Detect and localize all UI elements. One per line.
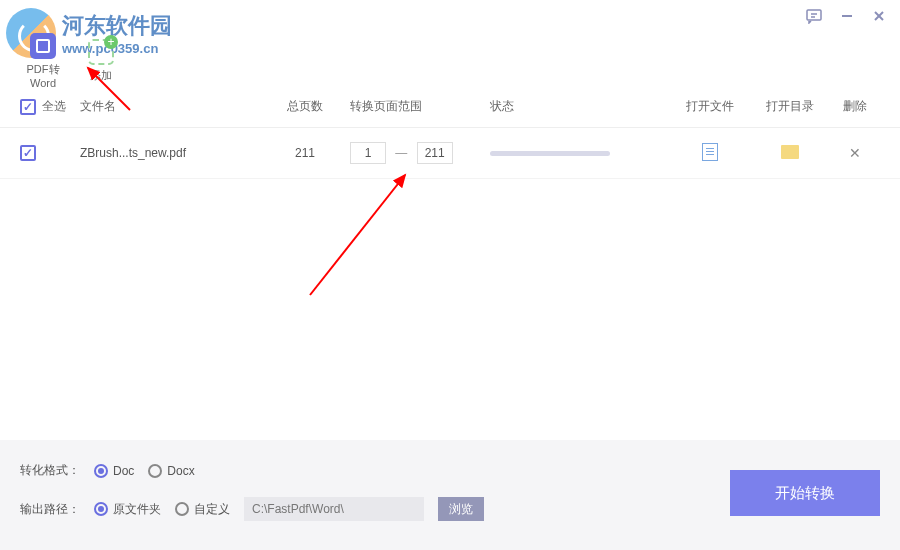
col-page-range: 转换页面范围 — [350, 98, 490, 115]
col-open-dir: 打开目录 — [750, 98, 830, 115]
titlebar — [0, 0, 900, 36]
radio-original-label: 原文件夹 — [113, 501, 161, 518]
add-icon — [88, 39, 114, 65]
minimize-icon[interactable] — [840, 9, 854, 27]
radio-custom-label: 自定义 — [194, 501, 230, 518]
add-button[interactable]: 添加 — [76, 39, 126, 83]
row-status — [490, 151, 670, 156]
folder-icon — [781, 145, 799, 159]
progress-bar — [490, 151, 610, 156]
svg-line-7 — [310, 175, 405, 295]
col-status: 状态 — [490, 98, 670, 115]
select-all-checkbox[interactable] — [20, 99, 36, 115]
radio-custom-folder[interactable]: 自定义 — [175, 501, 230, 518]
row-open-dir[interactable] — [750, 145, 830, 162]
table-row: ZBrush...ts_new.pdf 211 — ✕ — [0, 128, 900, 179]
toolbar: PDF转Word 添加 — [0, 36, 900, 86]
mode-button[interactable]: PDF转Word — [18, 33, 68, 89]
output-path-input[interactable] — [244, 497, 424, 521]
feedback-icon[interactable] — [806, 8, 822, 28]
col-total-pages: 总页数 — [260, 98, 350, 115]
radio-icon — [148, 464, 162, 478]
col-delete: 删除 — [830, 98, 880, 115]
file-icon — [702, 143, 718, 161]
col-filename: 文件名 — [80, 98, 260, 115]
annotation-arrow — [290, 165, 430, 305]
start-button[interactable]: 开始转换 — [730, 470, 880, 516]
row-checkbox[interactable] — [20, 145, 36, 161]
radio-docx[interactable]: Docx — [148, 464, 194, 478]
table-header: 全选 文件名 总页数 转换页面范围 状态 打开文件 打开目录 删除 — [0, 86, 900, 128]
row-open-file[interactable] — [670, 143, 750, 164]
radio-doc[interactable]: Doc — [94, 464, 134, 478]
radio-doc-label: Doc — [113, 464, 134, 478]
range-from-input[interactable] — [350, 142, 386, 164]
radio-icon — [94, 464, 108, 478]
browse-button[interactable]: 浏览 — [438, 497, 484, 521]
row-page-range: — — [350, 142, 490, 164]
select-all-label: 全选 — [42, 98, 66, 115]
col-open-file: 打开文件 — [670, 98, 750, 115]
radio-icon — [175, 502, 189, 516]
range-separator: — — [395, 146, 407, 160]
app-icon — [30, 33, 56, 59]
add-label: 添加 — [76, 68, 126, 83]
footer: 转化格式： Doc Docx 输出路径： 原文件夹 自定义 浏览 开始转换 — [0, 440, 900, 550]
range-to-input[interactable] — [417, 142, 453, 164]
radio-icon — [94, 502, 108, 516]
radio-original-folder[interactable]: 原文件夹 — [94, 501, 161, 518]
radio-docx-label: Docx — [167, 464, 194, 478]
format-label: 转化格式： — [20, 462, 80, 479]
output-label: 输出路径： — [20, 501, 80, 518]
close-icon[interactable] — [872, 9, 886, 27]
row-filename: ZBrush...ts_new.pdf — [80, 146, 260, 160]
row-total-pages: 211 — [260, 146, 350, 160]
delete-icon[interactable]: ✕ — [849, 145, 861, 161]
svg-rect-0 — [807, 10, 821, 20]
mode-label: PDF转Word — [18, 62, 68, 89]
